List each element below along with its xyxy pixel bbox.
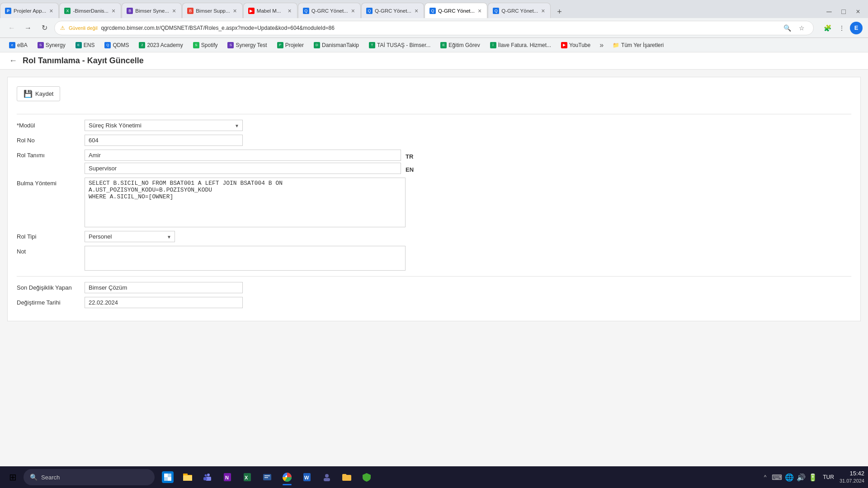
taskbar-search-text: Search bbox=[41, 474, 60, 481]
bookmark-synergy[interactable]: S Synergy bbox=[34, 41, 69, 50]
bookmark-synergy-favicon: S bbox=[38, 42, 44, 48]
bookmark-egitim[interactable]: E Eğitim Görev bbox=[437, 41, 483, 50]
tab-close-9[interactable]: × bbox=[540, 6, 546, 15]
bookmark-2023academy[interactable]: 2 2023 Academy bbox=[135, 41, 186, 50]
start-button[interactable]: ⊞ bbox=[4, 468, 22, 486]
modul-select[interactable]: Süreç Risk Yönetimi bbox=[85, 120, 243, 131]
bookmark-synergy-test[interactable]: S Synergy Test bbox=[224, 41, 270, 50]
bookmark-danismantakip-favicon: D bbox=[314, 42, 320, 48]
bulma-yontemi-row: Bulma Yöntemi SELECT B.SICIL_NO FROM BSA… bbox=[17, 178, 851, 227]
bookmark-eba[interactable]: e eBA bbox=[5, 41, 31, 50]
clock-time: 15:42 bbox=[849, 470, 864, 478]
taskbar-app-6[interactable] bbox=[258, 468, 277, 487]
not-textarea[interactable] bbox=[85, 246, 406, 271]
form-divider-2 bbox=[17, 276, 851, 277]
file-explorer-icon bbox=[182, 471, 193, 483]
tab-close-4[interactable]: × bbox=[232, 6, 238, 15]
page-back-button[interactable]: ← bbox=[9, 56, 17, 66]
browser-menu-icon[interactable]: ⋮ bbox=[835, 22, 848, 34]
taskbar-app-store[interactable] bbox=[158, 468, 177, 487]
tab-5[interactable]: ▶ Mabel M... × bbox=[243, 3, 297, 18]
taskbar-search[interactable]: 🔍 Search bbox=[24, 469, 155, 485]
bookmark-ilave[interactable]: İ İlave Fatura. Hizmet... bbox=[486, 41, 555, 50]
taskbar-app-teams2[interactable] bbox=[317, 468, 336, 487]
bookmark-danismantakip[interactable]: D DanismanTakip bbox=[310, 41, 363, 50]
taskbar-app-file-explorer[interactable] bbox=[178, 468, 197, 487]
bookmark-spotify[interactable]: S Spotify bbox=[189, 41, 222, 50]
bookmark-synergy-test-favicon: S bbox=[227, 42, 234, 48]
browser-action-icons: 🧩 ⋮ E bbox=[821, 22, 863, 34]
teams2-icon bbox=[321, 471, 333, 483]
close-button[interactable]: × bbox=[852, 5, 864, 18]
form-container: 💾 Kaydet *Modül Süreç Risk Yönetimi Rol … bbox=[7, 77, 861, 321]
tab-4[interactable]: B Bimser Supp... × bbox=[182, 3, 243, 18]
bulma-yontemi-label: Bulma Yöntemi bbox=[17, 178, 80, 187]
bulma-yontemi-textarea[interactable]: SELECT B.SICIL_NO FROM BSAT001 A LEFT JO… bbox=[85, 178, 406, 227]
tab-7[interactable]: Q Q-GRC Yönet... × bbox=[361, 3, 424, 18]
bookmark-projeler[interactable]: P Projeler bbox=[274, 41, 307, 50]
bookmarks-more-button[interactable]: » bbox=[597, 40, 606, 51]
rol-no-input[interactable] bbox=[85, 135, 243, 146]
en-label: EN bbox=[406, 164, 414, 173]
tab-close-1[interactable]: × bbox=[48, 6, 54, 15]
profile-button[interactable]: E bbox=[850, 22, 863, 34]
taskbar-app-teams[interactable] bbox=[198, 468, 217, 487]
extensions-icon[interactable]: 🧩 bbox=[821, 22, 834, 34]
rol-tanimi-tr-row: TR bbox=[85, 150, 414, 161]
bookmark-star-icon[interactable]: ☆ bbox=[795, 22, 808, 34]
taskbar-app-word[interactable]: W bbox=[297, 468, 316, 487]
tab-3[interactable]: B Bimser Syne... × bbox=[122, 3, 182, 18]
degistirme-tarihi-row: Değiştirme Tarihi bbox=[17, 297, 851, 308]
son-degislik-yapan-label: Son Değişiklik Yapan bbox=[17, 282, 80, 291]
tab-9[interactable]: Q Q-GRC Yönet... × bbox=[488, 3, 551, 18]
clock-area[interactable]: 15:42 31.07.2024 bbox=[840, 470, 864, 484]
back-button[interactable]: ← bbox=[5, 22, 18, 34]
tab-6[interactable]: Q Q-GRC Yönet... × bbox=[298, 3, 361, 18]
tab-1[interactable]: P Projeler App... × bbox=[0, 3, 59, 18]
bookmark-egitim-favicon: E bbox=[440, 42, 447, 48]
taskbar-app-chrome[interactable] bbox=[278, 468, 297, 487]
volume-icon: 🔊 bbox=[797, 473, 806, 482]
rol-tanimi-en-input[interactable] bbox=[85, 163, 401, 174]
taskbar-app-onenote[interactable]: N bbox=[218, 468, 237, 487]
bookmark-qdms[interactable]: Q QDMS bbox=[101, 41, 132, 50]
tab-8-active[interactable]: Q Q-GRC Yönet... × bbox=[425, 3, 487, 18]
taskbar-app-folder[interactable] bbox=[337, 468, 356, 487]
son-degislik-yapan-input[interactable] bbox=[85, 282, 243, 293]
search-address-icon[interactable]: 🔍 bbox=[781, 22, 793, 34]
tab-2[interactable]: X -BimserDanis... × bbox=[59, 3, 121, 18]
bookmark-ens[interactable]: E ENS bbox=[72, 41, 99, 50]
bookmark-youtube[interactable]: ▶ YouTube bbox=[557, 41, 594, 50]
tab-close-3[interactable]: × bbox=[171, 6, 177, 15]
tab-close-7[interactable]: × bbox=[414, 6, 419, 15]
taskbar-app-excel[interactable]: X bbox=[238, 468, 257, 487]
rol-tipi-select[interactable]: Personel bbox=[85, 231, 175, 242]
refresh-button[interactable]: ↻ bbox=[38, 22, 51, 34]
new-tab-button[interactable]: + bbox=[553, 5, 566, 18]
save-button[interactable]: 💾 Kaydet bbox=[17, 86, 60, 101]
bookmark-tai[interactable]: T TAİ TUSAŞ - Bimser... bbox=[365, 41, 434, 50]
minimize-button[interactable]: ─ bbox=[823, 5, 835, 18]
address-bar-input[interactable]: ⚠ Güvenli değil qgrcdemo.bimser.com.tr/Q… bbox=[54, 21, 814, 35]
rol-tanimi-tr-input[interactable] bbox=[85, 150, 401, 161]
tray-chevron[interactable]: ^ bbox=[762, 472, 769, 482]
tab-close-5[interactable]: × bbox=[287, 6, 292, 15]
tab-close-2[interactable]: × bbox=[111, 6, 116, 15]
svg-point-7 bbox=[207, 474, 210, 476]
tab-close-8[interactable]: × bbox=[477, 6, 482, 15]
bookmarks-all-folder[interactable]: 📁 Tüm Yer İşaretleri bbox=[609, 41, 667, 50]
rol-no-row: Rol No bbox=[17, 135, 851, 146]
taskbar-right: ^ ⌨ 🌐 🔊 🔋 TUR 15:42 31.07.2024 bbox=[762, 470, 864, 484]
taskbar-app-security[interactable] bbox=[357, 468, 376, 487]
forward-button[interactable]: → bbox=[22, 22, 34, 34]
rol-tanimi-en-row: EN bbox=[85, 163, 414, 174]
bookmark-synergy-test-label: Synergy Test bbox=[236, 42, 267, 48]
svg-rect-0 bbox=[164, 474, 168, 477]
tab-close-6[interactable]: × bbox=[350, 6, 356, 15]
maximize-button[interactable]: □ bbox=[837, 5, 850, 18]
keyboard-icon: ⌨ bbox=[772, 473, 782, 482]
taskbar-search-icon: 🔍 bbox=[30, 474, 38, 481]
word-icon: W bbox=[301, 471, 313, 483]
degistirme-tarihi-input[interactable] bbox=[85, 297, 243, 308]
page-content: ← Rol Tanımlama - Kayıt Güncelle 💾 Kayde… bbox=[0, 52, 868, 488]
